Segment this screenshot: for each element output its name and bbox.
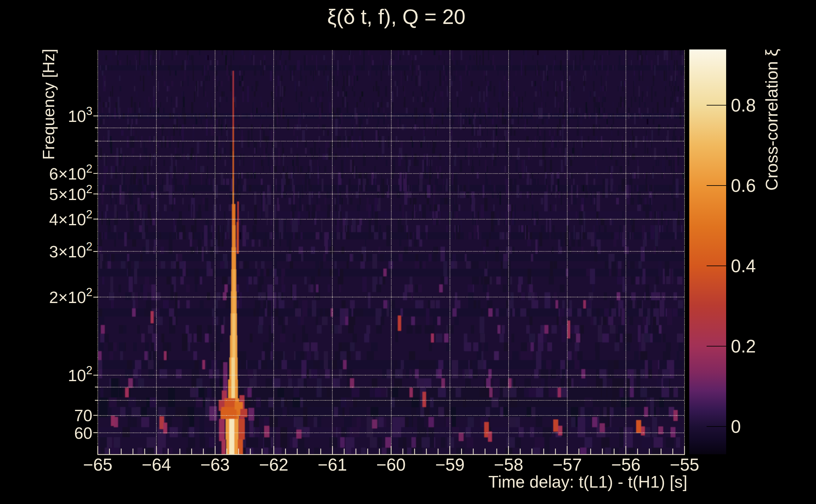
svg-text:0.6: 0.6 [731,175,756,196]
svg-text:Time delay: t(L1) - t(H1) [s]: Time delay: t(L1) - t(H1) [s] [488,473,687,491]
svg-text:3×102: 3×102 [49,240,92,261]
svg-text:−55: −55 [670,455,699,474]
svg-text:ξ(δ t, f), Q = 20: ξ(δ t, f), Q = 20 [327,5,466,28]
svg-text:0.4: 0.4 [731,256,756,276]
svg-text:0.8: 0.8 [731,95,756,115]
svg-text:−63: −63 [200,455,230,474]
svg-text:Frequency [Hz]: Frequency [Hz] [39,49,58,160]
svg-text:0.2: 0.2 [731,336,756,356]
svg-text:4×102: 4×102 [49,208,92,229]
svg-text:0: 0 [731,416,741,437]
svg-text:6×102: 6×102 [49,162,92,183]
svg-text:2×102: 2×102 [49,286,92,306]
svg-text:−56: −56 [611,455,641,474]
svg-text:−58: −58 [494,455,523,474]
svg-text:−61: −61 [318,455,347,474]
svg-text:−64: −64 [141,455,171,474]
svg-text:Cross-correlation ξ: Cross-correlation ξ [762,49,781,191]
svg-text:−62: −62 [259,455,288,474]
svg-text:−60: −60 [376,455,405,474]
svg-text:60: 60 [74,424,92,442]
svg-text:70: 70 [74,406,92,425]
svg-text:−57: −57 [552,455,582,474]
svg-text:5×102: 5×102 [49,183,92,203]
svg-text:−59: −59 [435,455,464,474]
svg-text:−65: −65 [83,455,112,474]
